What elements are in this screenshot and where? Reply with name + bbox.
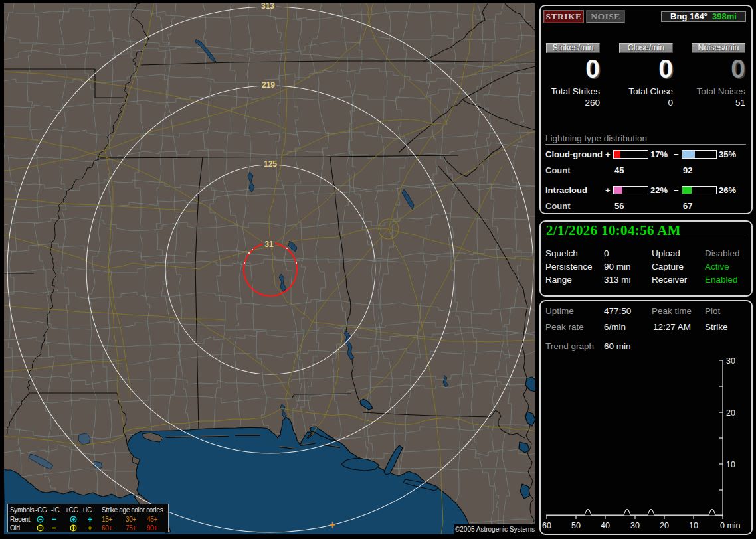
svg-text:313: 313 xyxy=(261,1,274,11)
svg-text:30: 30 xyxy=(726,356,735,366)
svg-text:20: 20 xyxy=(726,408,735,418)
svg-text:20: 20 xyxy=(660,521,669,530)
svg-text:125: 125 xyxy=(264,159,277,169)
svg-text:50: 50 xyxy=(571,521,581,530)
svg-text:31: 31 xyxy=(264,240,274,249)
svg-text:60: 60 xyxy=(542,521,551,530)
svg-text:10: 10 xyxy=(689,521,698,530)
svg-text:40: 40 xyxy=(601,521,610,530)
svg-text:10: 10 xyxy=(726,460,735,469)
svg-text:0 min: 0 min xyxy=(720,521,741,530)
svg-text:219: 219 xyxy=(262,80,275,90)
svg-text:30: 30 xyxy=(630,521,640,530)
